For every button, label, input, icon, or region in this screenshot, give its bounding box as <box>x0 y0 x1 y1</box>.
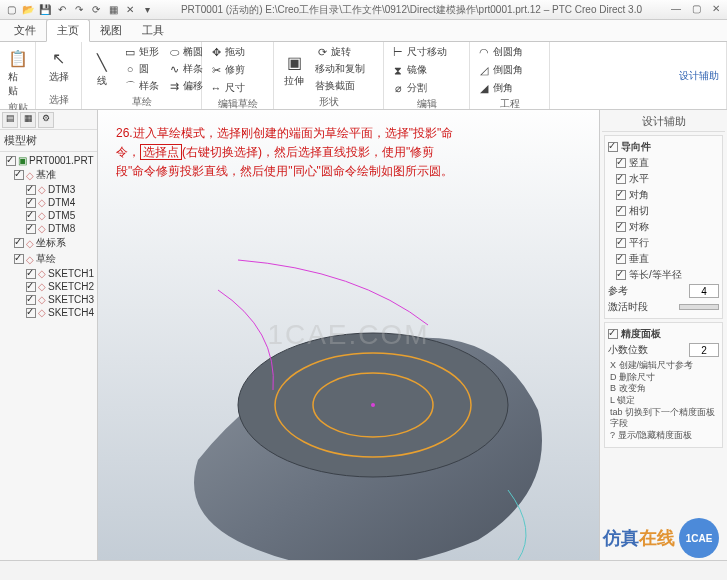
checkbox-icon[interactable] <box>6 156 16 166</box>
split-button[interactable]: ⌀分割 <box>388 80 430 96</box>
guide-option[interactable]: 竖直 <box>616 155 719 171</box>
spacing-input[interactable] <box>689 284 719 298</box>
line-button[interactable]: ╲线 <box>86 48 118 90</box>
tree-item[interactable]: ◇SKETCH1 <box>2 267 95 280</box>
tree-tab-3[interactable]: ⚙ <box>38 112 54 128</box>
rect-button[interactable]: ▭矩形 <box>120 44 162 60</box>
checkbox-icon[interactable] <box>616 174 626 184</box>
3d-viewport[interactable]: 26.进入草绘模式，选择刚创建的端面为草绘平面，选择"投影"命 令，选择点(右键… <box>98 110 599 560</box>
guide-option[interactable]: 平行 <box>616 235 719 251</box>
logo-badge: 1CAE <box>679 518 719 558</box>
circle-button[interactable]: ○圆 <box>120 61 162 77</box>
tree-tab-1[interactable]: ▤ <box>2 112 18 128</box>
select-button[interactable]: ↖ 选择 <box>40 44 77 86</box>
ruler-button[interactable]: ⊢尺寸移动 <box>388 44 450 60</box>
tree-root[interactable]: ▣ PRT0001.PRT <box>2 154 95 167</box>
maximize-icon[interactable]: ▢ <box>689 3 703 17</box>
precision-toggle[interactable]: 精度面板 <box>608 326 719 342</box>
tree-item[interactable]: ◇基准 <box>2 167 95 183</box>
regen-icon[interactable]: ⟳ <box>89 3 103 17</box>
tree-item[interactable]: ◇SKETCH3 <box>2 293 95 306</box>
guide-option[interactable]: 对角 <box>616 187 719 203</box>
open-icon[interactable]: 📂 <box>21 3 35 17</box>
checkbox-icon[interactable] <box>616 222 626 232</box>
tree-item[interactable]: ◇草绘 <box>2 251 95 267</box>
checkbox-icon[interactable] <box>616 190 626 200</box>
tree-item[interactable]: ◇SKETCH4 <box>2 306 95 319</box>
ruler-icon: ⊢ <box>391 45 405 59</box>
new-icon[interactable]: ▢ <box>4 3 18 17</box>
checkbox-icon[interactable] <box>616 238 626 248</box>
checkbox-icon[interactable] <box>14 170 24 180</box>
spline-icon: ∿ <box>167 62 181 76</box>
tab-view[interactable]: 视图 <box>90 20 132 41</box>
design-aid-button[interactable]: 设计辅助 <box>676 68 722 84</box>
tree-item[interactable]: ◇SKETCH2 <box>2 280 95 293</box>
close-win-icon[interactable]: ✕ <box>123 3 137 17</box>
dropdown-icon[interactable]: ▾ <box>140 3 154 17</box>
tree-item[interactable]: ◇坐标系 <box>2 235 95 251</box>
decimals-input[interactable] <box>689 343 719 357</box>
tree-item[interactable]: ◇DTM5 <box>2 209 95 222</box>
ribbon: 📋 粘贴 剪贴板 ↖ 选择 选择 ╲线 ▭矩形 ○圆 ⌒样条 ⬭椭圆 ∿样条 ⇉… <box>0 42 727 110</box>
guides-toggle[interactable]: 导向件 <box>608 139 719 155</box>
guide-option[interactable]: 相切 <box>616 203 719 219</box>
guide-option[interactable]: 垂直 <box>616 251 719 267</box>
replace-button[interactable]: 替换截面 <box>312 78 368 94</box>
mirror-button[interactable]: ⧗镜像 <box>388 62 430 78</box>
tree-item[interactable]: ◇DTM4 <box>2 196 95 209</box>
rect-icon: ▭ <box>123 45 137 59</box>
guide-option[interactable]: 水平 <box>616 171 719 187</box>
minimize-icon[interactable]: — <box>669 3 683 17</box>
workspace: ▤ ▦ ⚙ 模型树 ▣ PRT0001.PRT ◇基准◇DTM3◇DTM4◇DT… <box>0 110 727 560</box>
paste-button[interactable]: 📋 粘贴 <box>4 44 31 100</box>
checkbox-icon[interactable] <box>608 329 618 339</box>
checkbox-icon[interactable] <box>26 224 36 234</box>
checkbox-icon[interactable] <box>14 254 24 264</box>
checkbox-icon[interactable] <box>616 270 626 280</box>
trim-icon: ✂ <box>209 63 223 77</box>
offset-button[interactable]: ⇉偏移 <box>164 78 206 94</box>
dim-button[interactable]: ↔尺寸 <box>206 80 248 96</box>
guide-option[interactable]: 对称 <box>616 219 719 235</box>
revolve-button[interactable]: ⟳旋转 <box>312 44 368 60</box>
tree-tab-2[interactable]: ▦ <box>20 112 36 128</box>
redo-icon[interactable]: ↷ <box>72 3 86 17</box>
close-icon[interactable]: ✕ <box>709 3 723 17</box>
extrude-button[interactable]: ▣拉伸 <box>278 48 310 90</box>
windows-icon[interactable]: ▦ <box>106 3 120 17</box>
checkbox-icon[interactable] <box>26 282 36 292</box>
movecopy-button[interactable]: 移动和复制 <box>312 61 368 77</box>
trim-button[interactable]: ✂修剪 <box>206 62 248 78</box>
tree-item[interactable]: ◇DTM8 <box>2 222 95 235</box>
checkbox-icon[interactable] <box>26 198 36 208</box>
undo-icon[interactable]: ↶ <box>55 3 69 17</box>
tree-item[interactable]: ◇DTM3 <box>2 183 95 196</box>
tab-file[interactable]: 文件 <box>4 20 46 41</box>
tree-tabs: ▤ ▦ ⚙ <box>0 110 97 130</box>
checkbox-icon[interactable] <box>26 269 36 279</box>
save-icon[interactable]: 💾 <box>38 3 52 17</box>
drag-button[interactable]: ✥拖动 <box>206 44 248 60</box>
checkbox-icon[interactable] <box>26 295 36 305</box>
checkbox-icon[interactable] <box>26 211 36 221</box>
tab-tools[interactable]: 工具 <box>132 20 174 41</box>
circle-icon: ○ <box>123 62 137 76</box>
notch-button[interactable]: ◢倒角 <box>474 80 516 96</box>
checkbox-icon[interactable] <box>616 206 626 216</box>
round-button[interactable]: ◠创圆角 <box>474 44 526 60</box>
spline-button[interactable]: ∿样条 <box>164 61 206 77</box>
guide-option[interactable]: 等长/等半径 <box>616 267 719 283</box>
checkbox-icon[interactable] <box>26 308 36 318</box>
tab-home[interactable]: 主页 <box>46 19 90 42</box>
arc-button[interactable]: ⌒样条 <box>120 78 162 94</box>
ellipse-button[interactable]: ⬭椭圆 <box>164 44 206 60</box>
checkbox-icon[interactable] <box>616 254 626 264</box>
offset-icon: ⇉ <box>167 79 181 93</box>
checkbox-icon[interactable] <box>608 142 618 152</box>
checkbox-icon[interactable] <box>616 158 626 168</box>
delay-slider[interactable] <box>679 304 719 310</box>
checkbox-icon[interactable] <box>26 185 36 195</box>
checkbox-icon[interactable] <box>14 238 24 248</box>
chamfer-button[interactable]: ◿倒圆角 <box>474 62 526 78</box>
